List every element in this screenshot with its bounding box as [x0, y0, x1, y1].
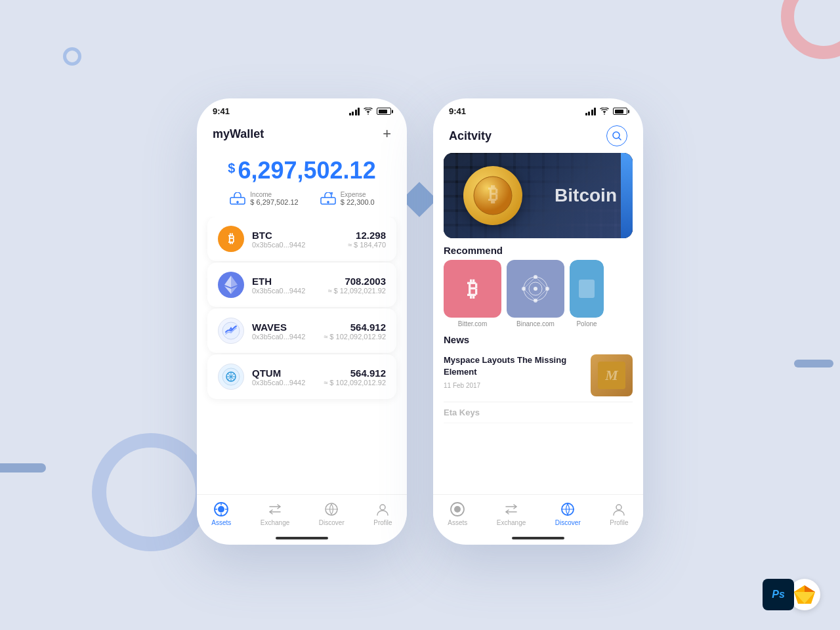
balance-stats: Income $ 6,297,502.12: [213, 191, 391, 206]
recommend-cards: ₿ Bitter.com: [444, 260, 633, 327]
status-bar-2: 9:41: [433, 98, 643, 120]
expense-info: Expense $ 22,300.0: [341, 191, 375, 206]
income-label: Income: [250, 191, 272, 198]
profile-nav-icon-2: [611, 501, 627, 517]
profile-label-1: Profile: [373, 519, 392, 526]
svg-point-15: [218, 506, 224, 513]
discover-label-2: Discover: [555, 519, 581, 526]
svg-marker-5: [231, 286, 238, 294]
nav-assets-2[interactable]: Assets: [448, 501, 467, 526]
qtum-addr: 0x3b5ca0...9442: [252, 379, 316, 387]
btc-name: BTC: [252, 230, 340, 241]
coin-item-qtum[interactable]: QTUM 0x3b5ca0...9442 564.912 ≈ $ 102,092…: [207, 354, 396, 399]
news-thumb-1: M: [591, 354, 633, 396]
waves-name: WAVES: [252, 322, 316, 333]
income-value: $ 6,297,502.12: [250, 198, 298, 206]
coin-list: ₿ BTC 0x3b5ca0...9442 12.298 ≈ $ 184,470: [197, 217, 407, 494]
home-indicator-2: [512, 537, 564, 539]
news-title: News: [444, 334, 633, 345]
balance-value: 6,297,502.12: [238, 157, 375, 184]
qtum-icon: [218, 364, 244, 390]
bg-decoration-rect2: [794, 360, 833, 368]
btc-icon: ₿: [218, 226, 244, 252]
battery-icon-2: [613, 108, 627, 115]
exchange-nav-icon: [267, 501, 283, 517]
nav-profile-2[interactable]: Profile: [610, 501, 628, 526]
activity-title: Acitvity: [449, 129, 492, 143]
income-stat: Income $ 6,297,502.12: [229, 191, 298, 206]
exchange-label-2: Exchange: [497, 519, 526, 526]
svg-point-41: [454, 506, 461, 513]
eth-name: ETH: [252, 276, 320, 287]
bottom-nav-1: Assets Exchange: [197, 494, 407, 537]
qtum-info: QTUM 0x3b5ca0...9442: [252, 368, 316, 387]
nav-discover-1[interactable]: Discover: [319, 501, 345, 526]
nav-exchange-1[interactable]: Exchange: [261, 501, 289, 526]
expense-value: $ 22,300.0: [341, 198, 375, 206]
recommend-card-btc[interactable]: ₿ Bitter.com: [444, 260, 501, 327]
nav-profile-1[interactable]: Profile: [373, 501, 392, 526]
nav-discover-2[interactable]: Discover: [555, 501, 581, 526]
news-section: News Myspace Layouts The Missing Element…: [444, 334, 633, 423]
news-item-2[interactable]: Eta Keys: [444, 402, 633, 423]
dollar-sign: $: [228, 161, 235, 176]
polo-card-label: Polone: [570, 320, 604, 327]
waves-addr: 0x3b5ca0...9442: [252, 333, 316, 341]
news-item-1[interactable]: Myspace Layouts The Missing Element 11 F…: [444, 349, 633, 402]
expense-stat: Expense $ 22,300.0: [320, 191, 375, 206]
balance-amount: $ 6,297,502.12: [213, 157, 391, 184]
battery-icon: [377, 108, 391, 115]
eth-balance: 708.2003 ≈ $ 12,092,021.92: [327, 276, 386, 295]
svg-rect-37: [579, 280, 595, 298]
assets-label-2: Assets: [448, 519, 467, 526]
btc-balance: 12.298 ≈ $ 184,470: [348, 230, 386, 249]
svg-text:₿: ₿: [488, 183, 498, 205]
btc-info: BTC 0x3b5ca0...9442: [252, 230, 340, 249]
assets-nav-icon: [213, 501, 229, 517]
wallet-content: myWallet + $ 6,297,502.12: [197, 120, 407, 545]
svg-text:M: M: [604, 367, 619, 383]
discover-nav-icon-2: [560, 501, 576, 517]
recommend-card-polo[interactable]: Polone: [570, 260, 604, 327]
bitcoin-coin: ₿: [463, 166, 522, 225]
nav-assets-1[interactable]: Assets: [211, 501, 231, 526]
discover-nav-icon: [324, 501, 339, 517]
svg-point-43: [616, 505, 621, 510]
activity-content: Acitvity ₿: [433, 120, 643, 545]
add-button[interactable]: +: [383, 125, 391, 142]
activity-scroll: ₿ Bitcoin Recom: [433, 153, 643, 494]
bg-decoration-circle-large: [92, 433, 210, 551]
tool-logos: Ps: [763, 579, 820, 610]
waves-icon: [218, 318, 244, 344]
bg-decoration-rect: [0, 463, 46, 472]
svg-point-21: [380, 505, 385, 510]
news-title-1: Myspace Layouts The Missing Element: [444, 354, 583, 378]
news-content-1: Myspace Layouts The Missing Element 11 F…: [444, 354, 583, 389]
nav-exchange-2[interactable]: Exchange: [497, 501, 526, 526]
wallet-title: myWallet: [213, 127, 264, 141]
svg-marker-2: [224, 276, 231, 287]
signal-icon-2: [585, 108, 597, 116]
income-icon: [229, 192, 246, 205]
news-content-2: Eta Keys: [444, 408, 633, 417]
discover-label-1: Discover: [319, 519, 345, 526]
wifi-icon: [364, 108, 373, 115]
profile-label-2: Profile: [610, 519, 628, 526]
eth-addr: 0x3b5ca0...9442: [252, 287, 320, 295]
eth-amount: 708.2003: [327, 276, 386, 287]
qtum-usd: ≈ $ 102,092,012.92: [324, 379, 386, 387]
assets-label-1: Assets: [211, 519, 231, 526]
eth-usd: ≈ $ 12,092,021.92: [327, 287, 386, 295]
coin-item-eth[interactable]: ETH 0x3b5ca0...9442 708.2003 ≈ $ 12,092,…: [207, 262, 396, 307]
recommend-card-binance[interactable]: Binance.com: [507, 260, 564, 327]
coin-item-btc[interactable]: ₿ BTC 0x3b5ca0...9442 12.298 ≈ $ 184,470: [207, 217, 396, 261]
home-indicator-1: [276, 537, 328, 539]
expense-icon: [320, 192, 337, 205]
eth-info: ETH 0x3b5ca0...9442: [252, 276, 320, 295]
phone-activity: 9:41: [433, 98, 643, 545]
qtum-amount: 564.912: [324, 368, 386, 379]
status-time-2: 9:41: [449, 106, 466, 116]
svg-point-36: [534, 287, 537, 291]
search-button[interactable]: [606, 125, 627, 146]
coin-item-waves[interactable]: WAVES 0x3b5ca0...9442 564.912 ≈ $ 102,09…: [207, 308, 396, 353]
